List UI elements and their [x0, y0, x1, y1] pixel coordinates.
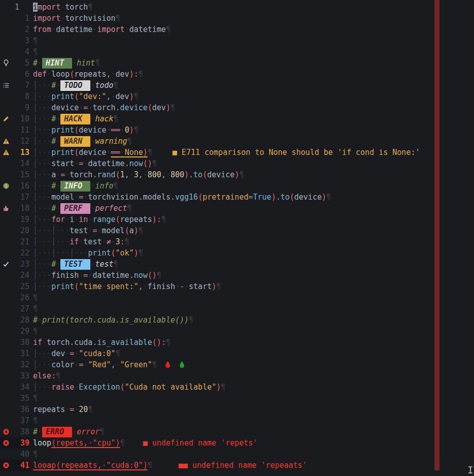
- line-text[interactable]: def·loop(repeats,·dev):¶: [33, 69, 143, 80]
- code-line[interactable]: 12│···#·WARN ·warning¶: [0, 136, 474, 147]
- code-line[interactable]: 10│···#·HACK ·hack¶: [0, 113, 474, 124]
- code-line[interactable]: 2from·datetime·import·datetime¶: [0, 24, 474, 35]
- sign-column: [0, 24, 12, 35]
- code-line[interactable]: 33else:¶: [0, 370, 474, 382]
- code-line[interactable]: 17│···model·=·torchvision.models.vgg16(p…: [0, 192, 474, 203]
- code-line[interactable]: 22│···│···│···print("ok")¶: [0, 247, 474, 259]
- line-text[interactable]: │···#·PERF ·perfect¶: [33, 203, 132, 214]
- code-token: ·: [120, 125, 125, 135]
- code-line[interactable]: 14│···start·=·datetime.now()¶: [0, 158, 474, 169]
- code-line[interactable]: 19│···for·i·in·range(repeats):¶: [0, 214, 474, 225]
- code-line[interactable]: 40¶: [0, 449, 474, 460]
- line-text[interactable]: │···finish·=·datetime.now()¶: [33, 270, 161, 281]
- line-text[interactable]: │···#·INFO ·info¶: [33, 180, 118, 192]
- code-line[interactable]: 4¶: [0, 46, 474, 57]
- line-text[interactable]: │···a·=·torch.rand(1,·3,·800,·800).to(de…: [33, 169, 244, 180]
- line-text[interactable]: ¶: [33, 303, 38, 314]
- line-text[interactable]: │···print(device·══·None)¶■ E711 compari…: [33, 147, 420, 158]
- code-token: a: [51, 170, 56, 179]
- code-line[interactable]: 1import·torchvision¶: [0, 13, 474, 24]
- code-line[interactable]: 32│···color·=·"Red",·"Green"¶: [0, 359, 474, 370]
- code-line[interactable]: 39loop(repets,·"cpu")¶■ undefined name '…: [0, 437, 474, 449]
- line-number: 31: [12, 348, 30, 359]
- line-text[interactable]: │···device·=·torch.device(dev)¶: [33, 102, 175, 113]
- line-text[interactable]: ¶: [33, 415, 38, 426]
- line-text[interactable]: │···#·TODO ·todo¶: [33, 80, 118, 91]
- code-line[interactable]: 20│···│···test·=·model(a)¶: [0, 225, 474, 236]
- line-text[interactable]: ¶: [33, 393, 38, 404]
- code-line[interactable]: 35¶: [0, 393, 474, 404]
- line-text[interactable]: ¶: [33, 326, 38, 337]
- line-text[interactable]: import·torch¶: [33, 2, 92, 13]
- line-text[interactable]: │···raise·Exception("Cuda·not·available"…: [33, 382, 225, 393]
- code-token: ·: [74, 360, 79, 369]
- code-line[interactable]: 11│···print(device·══·0)¶: [0, 124, 474, 136]
- code-line[interactable]: 37¶: [0, 415, 474, 426]
- code-line[interactable]: 8│···print("dev:",·dev)¶: [0, 91, 474, 102]
- code-token: ·: [74, 215, 79, 224]
- code-line[interactable]: 3¶: [0, 35, 474, 46]
- line-text[interactable]: │···print("dev:",·dev)¶: [33, 91, 139, 102]
- code-line[interactable]: 5#·HINT ·hint¶: [0, 57, 474, 69]
- code-line[interactable]: 36repeats·=·20¶: [0, 404, 474, 415]
- code-line[interactable]: 29¶: [0, 326, 474, 337]
- code-line[interactable]: 6def·loop(repeats,·dev):¶: [0, 69, 474, 80]
- droplet-green-icon: [179, 360, 185, 371]
- line-text[interactable]: │···color·=·"Red",·"Green"¶: [33, 359, 185, 370]
- code-line[interactable]: 13│···print(device·══·None)¶■ E711 compa…: [0, 147, 474, 158]
- line-text[interactable]: │···dev·=·"cuda:0"¶: [33, 348, 120, 359]
- code-line[interactable]: 27¶: [0, 303, 474, 314]
- code-line[interactable]: 24│···finish·=·datetime.now()¶: [0, 270, 474, 281]
- line-text[interactable]: looap(repeaats,·"cuda:0")¶■■ undefined n…: [33, 460, 307, 471]
- line-text[interactable]: ¶: [33, 449, 38, 460]
- code-line[interactable]: 41looap(repeaats,·"cuda:0")¶■■ undefined…: [0, 460, 474, 471]
- code-line[interactable]: 15│···a·=·torch.rand(1,·3,·800,·800).to(…: [0, 169, 474, 180]
- line-text[interactable]: │···#·WARN ·warning¶: [33, 136, 132, 147]
- code-line[interactable]: 31│···dev·=·"cuda:0"¶: [0, 348, 474, 359]
- line-text[interactable]: │···print(device·══·0)¶: [33, 124, 139, 136]
- code-line[interactable]: 26¶: [0, 292, 474, 303]
- line-text[interactable]: loop(repets,·"cpu")¶■ undefined name 're…: [33, 437, 257, 449]
- code-line[interactable]: 23│···#·TEST ·test¶: [0, 259, 474, 270]
- code-token: 1: [120, 170, 125, 179]
- line-text[interactable]: import·torchvision¶: [33, 13, 120, 24]
- code-token: #: [51, 81, 56, 90]
- line-text[interactable]: │···model·=·torchvision.models.vgg16(pre…: [33, 192, 331, 203]
- code-line[interactable]: 34│···raise·Exception("Cuda·not·availabl…: [0, 382, 474, 393]
- code-token: error: [77, 427, 99, 436]
- line-text[interactable]: #·HINT ·hint¶: [33, 57, 99, 69]
- line-text[interactable]: from·datetime·import·datetime¶: [33, 24, 171, 35]
- line-text[interactable]: │···│···if·test·≠·3:¶: [33, 236, 129, 247]
- line-text[interactable]: ¶: [33, 35, 38, 46]
- line-text[interactable]: │···#·HACK ·hack¶: [33, 113, 118, 124]
- code-line[interactable]: 1import·torch¶: [0, 2, 474, 13]
- line-text[interactable]: ¶: [33, 46, 38, 57]
- code-token: ¶: [120, 438, 125, 448]
- line-text[interactable]: │···start·=·datetime.now()¶: [33, 158, 157, 169]
- line-text[interactable]: │···for·i·in·range(repeats):¶: [33, 214, 166, 225]
- code-token: test: [83, 237, 101, 246]
- todo-badge: TEST: [60, 259, 90, 270]
- line-text[interactable]: │···│···test·=·model(a)¶: [33, 225, 143, 236]
- code-line[interactable]: 16│···#·INFO ·info¶: [0, 180, 474, 192]
- line-text[interactable]: │···│···│···print("ok")¶: [33, 247, 143, 259]
- line-text[interactable]: #·ERRO ·error¶: [33, 426, 104, 437]
- code-line[interactable]: 28#·print(torch.cuda.is_available())¶: [0, 314, 474, 326]
- line-text[interactable]: if·torch.cuda.is_available():¶: [33, 337, 171, 348]
- line-text[interactable]: ¶: [33, 292, 38, 303]
- code-line[interactable]: 9│···device·=·torch.device(dev)¶: [0, 102, 474, 113]
- code-line[interactable]: 18│···#·PERF ·perfect¶: [0, 203, 474, 214]
- code-token: warning: [95, 137, 127, 146]
- editor-container[interactable]: 1import·torch¶1import·torchvision¶2from·…: [0, 2, 474, 471]
- line-text[interactable]: #·print(torch.cuda.is_available())¶: [33, 314, 193, 326]
- line-text[interactable]: repeats·=·20¶: [33, 404, 92, 415]
- code-line[interactable]: 21│···│···if·test·≠·3:¶: [0, 236, 474, 247]
- code-line[interactable]: 7│···#·TODO ·todo¶: [0, 80, 474, 91]
- lightbulb-icon: [0, 57, 12, 69]
- line-text[interactable]: else:¶: [33, 370, 60, 382]
- code-line[interactable]: 25│···print("time·spent:",·finish·-·star…: [0, 281, 474, 292]
- code-line[interactable]: 30if·torch.cuda.is_available():¶: [0, 337, 474, 348]
- line-text[interactable]: │···print("time·spent:",·finish·-·start)…: [33, 281, 221, 292]
- code-line[interactable]: 38#·ERRO ·error¶: [0, 426, 474, 437]
- line-text[interactable]: │···#·TEST ·test¶: [33, 259, 118, 270]
